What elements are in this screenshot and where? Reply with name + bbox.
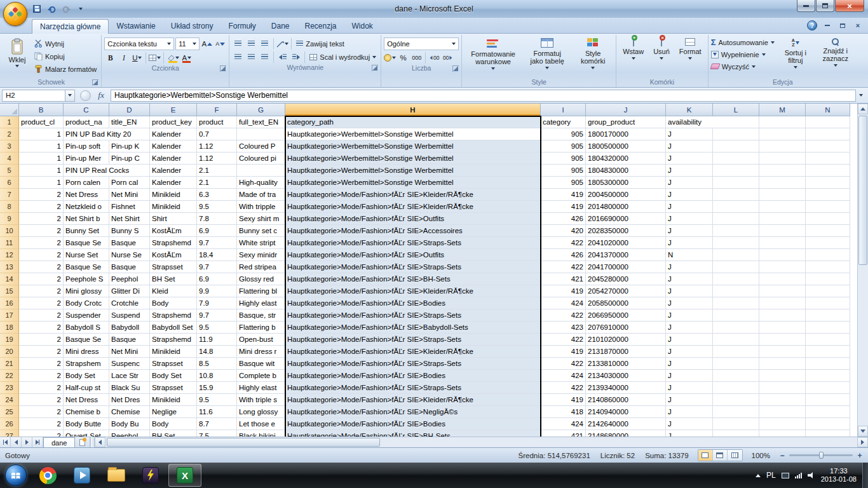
cell-G16[interactable]: Highly elast xyxy=(237,297,285,309)
cell-E14[interactable]: BH Set xyxy=(150,273,197,285)
cell-M3[interactable] xyxy=(759,140,806,152)
cell-G24[interactable]: With triple s xyxy=(237,394,285,406)
column-header-J[interactable]: J xyxy=(586,104,666,116)
cell-H23[interactable]: Hauptkategorie>Mode/Fashion>fĂĽr SIE>Str… xyxy=(285,382,541,394)
cell-G20[interactable]: Mini dress r xyxy=(237,346,285,358)
cell-G23[interactable]: Highly elast xyxy=(237,382,285,394)
row-header-12[interactable]: 12 xyxy=(0,249,19,261)
cell-C27[interactable]: Ouvert-Set xyxy=(64,430,109,437)
row-header-20[interactable]: 20 xyxy=(0,346,19,358)
row-header-18[interactable]: 18 xyxy=(0,322,19,334)
zoom-thumb[interactable] xyxy=(819,452,824,459)
cell-J26[interactable]: 2142640000 xyxy=(586,418,666,430)
cell-C23[interactable]: Half-cup st xyxy=(64,382,109,394)
cell-M24[interactable] xyxy=(759,394,806,406)
cell-D10[interactable]: Bunny S xyxy=(109,225,150,237)
scroll-up-button[interactable] xyxy=(858,104,868,114)
taskbar-media-player-button[interactable] xyxy=(65,464,98,487)
row-header-26[interactable]: 26 xyxy=(0,418,19,430)
cell-F27[interactable]: 7.5 xyxy=(197,430,237,437)
cell-J25[interactable]: 2140940000 xyxy=(586,406,666,418)
cell-L3[interactable] xyxy=(713,140,759,152)
row-header-19[interactable]: 19 xyxy=(0,334,19,346)
cell-E9[interactable]: Shirt xyxy=(150,213,197,225)
taskbar-excel-button[interactable]: X xyxy=(168,464,201,487)
workbook-restore-button[interactable] xyxy=(837,22,848,30)
cell-J1[interactable]: group_product xyxy=(586,116,666,128)
cell-J13[interactable]: 2041700000 xyxy=(586,261,666,273)
cell-J22[interactable]: 2134030000 xyxy=(586,370,666,382)
tab-formuly[interactable]: Formuły xyxy=(220,19,263,33)
cell-I20[interactable]: 419 xyxy=(541,346,586,358)
cell-C24[interactable]: Net Dress xyxy=(64,394,109,406)
office-button[interactable] xyxy=(3,2,27,26)
cell-F23[interactable]: 15.9 xyxy=(197,382,237,394)
cell-D6[interactable]: Porn cal xyxy=(109,177,150,189)
cell-E18[interactable]: Babydoll Set xyxy=(150,322,197,334)
cell-C5[interactable]: PIN UP Real Cocks xyxy=(64,165,109,177)
cell-L10[interactable] xyxy=(713,225,759,237)
cell-F2[interactable]: 0.7 xyxy=(197,128,237,140)
cell-E1[interactable]: product_key xyxy=(150,116,197,128)
cell-G11[interactable]: White stript xyxy=(237,237,285,249)
name-box[interactable]: H2 xyxy=(2,90,65,102)
column-header-G[interactable]: G xyxy=(237,104,285,116)
cell-B10[interactable]: 2 xyxy=(19,225,64,237)
cell-H4[interactable]: Hauptkategorie>Werbemittel>Sonstige Werb… xyxy=(285,152,541,165)
cell-C15[interactable]: Mini glossy xyxy=(64,285,109,297)
cell-D22[interactable]: Lace Str xyxy=(109,370,150,382)
row-header-27[interactable]: 27 xyxy=(0,430,19,437)
cell-H18[interactable]: Hauptkategorie>Mode/Fashion>fĂĽr SIE>Bab… xyxy=(285,322,541,334)
cell-M25[interactable] xyxy=(759,406,806,418)
decrease-decimal-button[interactable]: 00 xyxy=(442,51,454,64)
cell-B25[interactable]: 2 xyxy=(19,406,64,418)
cell-B19[interactable]: 2 xyxy=(19,334,64,346)
cell-D20[interactable]: Net Mini xyxy=(109,346,150,358)
cell-F7[interactable]: 6.3 xyxy=(197,189,237,201)
cell-L12[interactable] xyxy=(713,249,759,261)
cell-C25[interactable]: Chemise b xyxy=(64,406,109,418)
column-header-F[interactable]: F xyxy=(197,104,237,116)
cell-N9[interactable] xyxy=(806,213,850,225)
cell-L14[interactable] xyxy=(713,273,759,285)
cell-H2[interactable]: Hauptkategorie>Werbemittel>Sonstige Werb… xyxy=(285,128,541,140)
cell-H1[interactable]: category_path xyxy=(285,116,541,128)
cell-M1[interactable] xyxy=(759,116,806,128)
align-left-button[interactable] xyxy=(232,51,244,63)
start-button[interactable] xyxy=(5,464,27,486)
cell-B3[interactable]: 1 xyxy=(19,140,64,152)
cell-D15[interactable]: Glitter Di xyxy=(109,285,150,297)
cell-B14[interactable]: 2 xyxy=(19,273,64,285)
cell-B20[interactable]: 2 xyxy=(19,346,64,358)
cell-J16[interactable]: 2058500000 xyxy=(586,297,666,309)
cell-G15[interactable]: Flattering bl xyxy=(237,285,285,297)
column-header-N[interactable]: N xyxy=(806,104,850,116)
row-header-7[interactable]: 7 xyxy=(0,189,19,201)
cell-C3[interactable]: Pin-up soft xyxy=(64,140,109,152)
cell-K17[interactable]: J xyxy=(666,309,713,322)
cell-N11[interactable] xyxy=(806,237,850,249)
cell-N8[interactable] xyxy=(806,201,850,213)
cell-E22[interactable]: Body Set xyxy=(150,370,197,382)
cell-F14[interactable]: 6.9 xyxy=(197,273,237,285)
cell-J27[interactable]: 2148680000 xyxy=(586,430,666,437)
cell-B17[interactable]: 2 xyxy=(19,309,64,322)
cell-H12[interactable]: Hauptkategorie>Mode/Fashion>fĂĽr SIE>Out… xyxy=(285,249,541,261)
cell-M17[interactable] xyxy=(759,309,806,322)
cell-M2[interactable] xyxy=(759,128,806,140)
cell-C21[interactable]: Strapshem xyxy=(64,358,109,370)
tab-dane[interactable]: Dane xyxy=(264,19,297,33)
currency-format-button[interactable] xyxy=(384,51,396,64)
row-header-24[interactable]: 24 xyxy=(0,394,19,406)
cell-B8[interactable]: 2 xyxy=(19,201,64,213)
cell-L7[interactable] xyxy=(713,189,759,201)
cell-L21[interactable] xyxy=(713,358,759,370)
fill-color-button[interactable] xyxy=(166,51,179,64)
cell-E25[interactable]: Neglige xyxy=(150,406,197,418)
cell-I12[interactable]: 426 xyxy=(541,249,586,261)
bold-button[interactable]: B xyxy=(104,51,116,64)
percent-format-button[interactable]: % xyxy=(397,51,409,64)
cell-H15[interactable]: Hauptkategorie>Mode/Fashion>fĂĽr SIE>Kle… xyxy=(285,285,541,297)
cell-E15[interactable]: Kleid xyxy=(150,285,197,297)
cell-H19[interactable]: Hauptkategorie>Mode/Fashion>fĂĽr SIE>Str… xyxy=(285,334,541,346)
